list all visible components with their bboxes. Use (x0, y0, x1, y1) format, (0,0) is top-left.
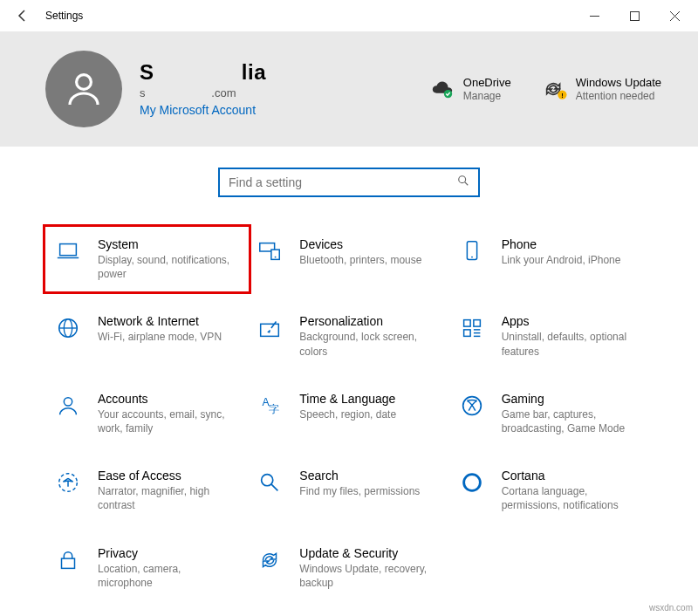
cat-desc: Wi-Fi, airplane mode, VPN (98, 330, 222, 344)
cat-desc: Background, lock screen, colors (299, 330, 439, 358)
maximize-button[interactable] (614, 0, 654, 31)
watermark: wsxdn.com (649, 603, 693, 613)
cat-desc: Cortana language, permissions, notificat… (502, 484, 641, 512)
search-input[interactable] (229, 175, 457, 189)
category-devices[interactable]: DevicesBluetooth, printers, mouse (252, 232, 445, 286)
cat-desc: Link your Android, iPhone (502, 253, 621, 267)
svg-text:字: 字 (269, 403, 279, 415)
avatar[interactable] (45, 51, 122, 127)
account-name: S lia (140, 60, 332, 85)
category-search[interactable]: SearchFind my files, permissions (252, 463, 445, 517)
cat-title: Search (299, 469, 420, 483)
cat-desc: Your accounts, email, sync, work, family (98, 407, 237, 435)
onedrive-sub: Manage (463, 90, 511, 102)
account-info: S lia s .com My Microsoft Account (140, 60, 332, 118)
cat-title: Phone (502, 237, 621, 251)
cortana-icon (458, 469, 486, 496)
cat-desc: Uninstall, defaults, optional features (502, 330, 641, 358)
category-system[interactable]: SystemDisplay, sound, notifications, pow… (51, 232, 243, 286)
windows-update-status[interactable]: ! Windows Update Attention needed (543, 76, 661, 102)
cat-title: Accounts (98, 392, 237, 406)
svg-rect-1 (630, 11, 639, 20)
category-update-security[interactable]: Update & SecurityWindows Update, recover… (252, 541, 445, 595)
category-gaming[interactable]: GamingGame bar, captures, broadcasting, … (455, 387, 647, 441)
minimize-button[interactable] (574, 0, 614, 31)
brush-icon (256, 314, 284, 342)
svg-line-31 (271, 484, 278, 491)
category-phone[interactable]: PhoneLink your Android, iPhone (455, 232, 647, 286)
cat-title: Time & Language (299, 392, 396, 406)
back-button[interactable] (3, 0, 42, 31)
devices-icon (256, 237, 284, 265)
update-sub: Attention needed (576, 90, 661, 102)
category-cortana[interactable]: CortanaCortana language, permissions, no… (455, 463, 647, 517)
cat-desc: Display, sound, notifications, power (98, 253, 237, 281)
language-icon: A字 (256, 392, 284, 420)
cat-desc: Speech, region, date (299, 407, 396, 421)
status-group: OneDrive Manage ! Windows Update Attenti… (430, 76, 661, 102)
category-personalization[interactable]: PersonalizationBackground, lock screen, … (252, 309, 445, 363)
cat-title: Ease of Access (98, 469, 237, 483)
apps-icon (458, 314, 486, 342)
cat-desc: Find my files, permissions (299, 484, 420, 498)
category-ease-of-access[interactable]: Ease of AccessNarrator, magnifier, high … (51, 463, 243, 517)
search-box[interactable] (218, 168, 480, 197)
cat-title: Update & Security (299, 546, 439, 560)
cat-desc: Windows Update, recovery, backup (299, 562, 439, 590)
window-controls (574, 0, 695, 31)
cat-title: Apps (502, 314, 641, 328)
svg-rect-8 (60, 244, 77, 256)
category-privacy[interactable]: PrivacyLocation, camera, microphone (51, 541, 243, 595)
cat-title: Network & Internet (98, 314, 222, 328)
account-email: s .com (140, 86, 332, 99)
cloud-icon (430, 77, 455, 101)
svg-point-6 (459, 176, 466, 183)
person-icon (54, 392, 82, 420)
svg-point-25 (64, 397, 72, 405)
svg-point-2 (77, 75, 92, 90)
cat-title: Gaming (502, 392, 641, 406)
cat-desc: Narrator, magnifier, high contrast (98, 484, 237, 512)
phone-icon (458, 237, 486, 265)
svg-rect-20 (474, 320, 481, 327)
search-icon (457, 175, 469, 190)
settings-grid: SystemDisplay, sound, notifications, pow… (0, 197, 698, 604)
svg-point-32 (463, 475, 480, 491)
cat-title: System (98, 237, 237, 251)
laptop-icon (54, 237, 82, 265)
svg-rect-19 (463, 320, 470, 327)
user-icon (63, 68, 105, 110)
cat-title: Devices (299, 237, 421, 251)
cat-title: Privacy (98, 546, 237, 560)
account-header: S lia s .com My Microsoft Account OneDri… (0, 31, 698, 147)
svg-point-12 (275, 257, 277, 258)
xbox-icon (458, 392, 486, 420)
category-apps[interactable]: AppsUninstall, defaults, optional featur… (455, 309, 647, 363)
category-network[interactable]: Network & InternetWi-Fi, airplane mode, … (51, 309, 243, 363)
onedrive-status[interactable]: OneDrive Manage (430, 76, 511, 102)
svg-rect-33 (62, 558, 75, 568)
category-time[interactable]: A字 Time & LanguageSpeech, region, date (252, 387, 445, 441)
ms-account-link[interactable]: My Microsoft Account (140, 103, 256, 117)
refresh-icon (256, 546, 284, 574)
svg-rect-21 (463, 330, 470, 337)
search-row (0, 147, 698, 197)
window-title: Settings (45, 10, 83, 22)
onedrive-label: OneDrive (463, 76, 511, 89)
cat-title: Cortana (502, 469, 641, 483)
svg-rect-11 (271, 250, 279, 259)
globe-icon (54, 314, 82, 342)
titlebar: Settings (0, 0, 698, 31)
svg-point-14 (471, 257, 473, 258)
cat-desc: Bluetooth, printers, mouse (299, 253, 421, 267)
ease-icon (54, 469, 82, 496)
category-accounts[interactable]: AccountsYour accounts, email, sync, work… (51, 387, 243, 441)
svg-text:!: ! (561, 92, 563, 99)
close-button[interactable] (654, 0, 695, 31)
lock-icon (54, 546, 82, 574)
update-label: Windows Update (576, 76, 661, 89)
update-icon: ! (543, 77, 567, 101)
cat-desc: Game bar, captures, broadcasting, Game M… (502, 407, 641, 435)
cat-desc: Location, camera, microphone (98, 562, 237, 590)
search-category-icon (256, 469, 284, 496)
